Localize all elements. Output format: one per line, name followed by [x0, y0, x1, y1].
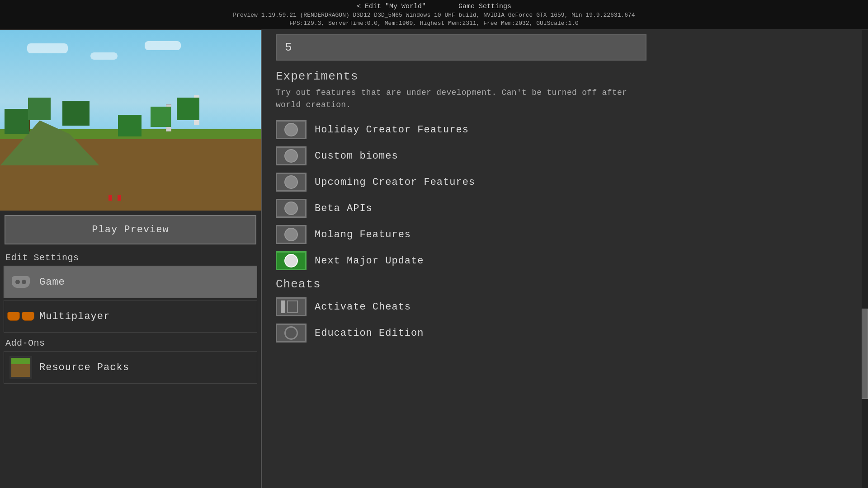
game-label: Game [39, 277, 65, 288]
world-preview [0, 30, 261, 211]
resource-packs-label: Resource Packs [39, 362, 129, 373]
scrollbar-thumb[interactable] [862, 309, 868, 399]
number-input[interactable]: 5 [276, 34, 646, 61]
experiments-desc: Try out features that are under developm… [276, 87, 646, 111]
toggle-row-next-major-update: Next Major Update [276, 251, 854, 270]
toggle-molang-features[interactable] [276, 225, 307, 244]
flower-1 [108, 195, 112, 201]
education-circle [284, 326, 298, 340]
right-content: 5 Experiments Try out features that are … [262, 30, 868, 488]
game-settings-header-top: Game Settings [458, 3, 511, 10]
top-bar: < Edit "My World" Game Settings Preview … [0, 0, 868, 30]
right-panel: 5 Experiments Try out features that are … [262, 30, 868, 488]
toggle-row-holiday-creator-features: Holiday Creator Features [276, 120, 854, 139]
toggle-next-major-update[interactable] [276, 251, 307, 270]
toggle-row-activate-cheats: Activate Cheats [276, 297, 854, 316]
birch-2 [185, 95, 208, 147]
toggle-upcoming-creator-features[interactable] [276, 173, 307, 192]
next-major-update-label: Next Major Update [315, 255, 424, 267]
toggle-custom-biomes[interactable] [276, 146, 307, 165]
resource-packs-icon [9, 356, 32, 379]
play-preview-button[interactable]: Play Preview [5, 215, 256, 244]
education-edition-label: Education Edition [315, 328, 424, 339]
left-panel: Play Preview Edit Settings Game Multipla… [0, 30, 262, 488]
beta-apis-label: Beta APIs [315, 203, 373, 214]
holiday-creator-features-label: Holiday Creator Features [315, 124, 469, 136]
sidebar-item-resource-packs[interactable]: Resource Packs [4, 351, 257, 384]
toggle-circle [284, 202, 298, 215]
experiments-label: Experiments [276, 70, 854, 83]
debug-line1: Preview 1.19.59.21 (RENDERDRAGON) D3D12 … [0, 11, 868, 19]
toggle-circle [284, 149, 298, 163]
sidebar-item-multiplayer[interactable]: Multiplayer [4, 300, 257, 333]
toggle-row-upcoming-creator-features: Upcoming Creator Features [276, 173, 854, 192]
multiplayer-label: Multiplayer [39, 311, 110, 322]
toggle-bar-right [287, 300, 298, 313]
multiplayer-icon [9, 305, 32, 328]
cloud-2 [90, 52, 118, 60]
back-button[interactable]: < Edit "My World" [357, 3, 426, 10]
custom-biomes-label: Custom biomes [315, 150, 398, 162]
cheats-label: Cheats [276, 277, 854, 291]
toggle-bar-left [281, 300, 285, 313]
toggle-circle [284, 175, 298, 189]
toggle-circle-nmu [284, 254, 298, 267]
tree-3 [72, 103, 99, 147]
cloud-3 [145, 41, 181, 50]
toggle-education-edition[interactable] [276, 324, 307, 343]
activate-cheats-label: Activate Cheats [315, 301, 411, 313]
toggle-row-custom-biomes: Custom biomes [276, 146, 854, 165]
right-scrollbar[interactable] [862, 30, 868, 488]
tree-4 [127, 117, 150, 156]
addons-label: Add-Ons [0, 333, 261, 350]
toggle-row-education-edition: Education Edition [276, 324, 854, 343]
controller-icon [9, 271, 32, 293]
molang-features-label: Molang Features [315, 229, 411, 240]
edit-settings-label: Edit Settings [0, 249, 261, 265]
tree-2 [36, 98, 59, 143]
upcoming-creator-features-label: Upcoming Creator Features [315, 177, 475, 188]
toggle-activate-cheats[interactable] [276, 297, 307, 316]
birch-1 [158, 104, 179, 152]
sidebar-item-game[interactable]: Game [4, 266, 257, 298]
toggle-row-beta-apis: Beta APIs [276, 199, 854, 218]
toggle-row-molang-features: Molang Features [276, 225, 854, 244]
toggle-holiday-creator-features[interactable] [276, 120, 307, 139]
cloud-1 [27, 43, 68, 53]
toggle-circle [284, 228, 298, 241]
debug-line2: FPS:129.3, ServerTime:0.0, Mem:1969, Hig… [0, 19, 868, 28]
toggle-beta-apis[interactable] [276, 199, 307, 218]
main-layout: Play Preview Edit Settings Game Multipla… [0, 30, 868, 488]
toggle-circle [284, 123, 298, 136]
flower-2 [118, 195, 121, 201]
